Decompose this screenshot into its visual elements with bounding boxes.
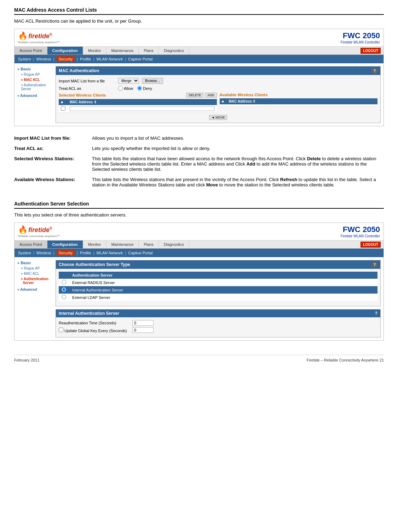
desc-row-import: Import MAC List from file: Allows you to… (14, 133, 384, 144)
selected-actions: DELETE ADD (186, 93, 217, 98)
deny-label: Deny (143, 86, 152, 91)
merge-select[interactable]: Merge (118, 78, 139, 84)
radio-internal[interactable] (62, 287, 66, 292)
tab-access-point[interactable]: Access Point (15, 47, 47, 54)
subnav2-profile[interactable]: Profile (80, 251, 91, 255)
logout-button-2[interactable]: LOGOUT (360, 242, 381, 248)
fwc-model-2: FWC 2050 (341, 225, 380, 234)
logo-brand-text: firetide® (28, 33, 52, 40)
sub-nav: System | Wireless | Security | Profile |… (15, 55, 383, 63)
import-label: Import MAC List from a file (59, 79, 115, 83)
tab-configuration-2[interactable]: Configuration (47, 241, 83, 248)
subnav-captive-portal[interactable]: Captive Portal (128, 57, 152, 61)
subnav-system[interactable]: System (18, 57, 31, 61)
add-button[interactable]: ADD (205, 93, 217, 98)
radio-ldap[interactable] (62, 295, 66, 299)
desc-text-selected: This table lists the stations that have … (92, 154, 384, 175)
help-icon[interactable]: ? (372, 68, 377, 74)
help-icon-3[interactable]: ? (375, 311, 377, 316)
global-key-label-text: Update Global Key Every (Seconds) (64, 329, 127, 333)
subnav-wlan-network[interactable]: WLAN Network (96, 57, 123, 61)
tab-access-point-2[interactable]: Access Point (15, 241, 47, 248)
col-checkbox-1: ■ (59, 99, 68, 105)
treat-acl-row: Treat ACL as Allow Deny (59, 86, 377, 91)
page-footer: February 2011 Firetide – Reliable Connec… (14, 355, 384, 362)
fwc-model: FWC 2050 (341, 31, 380, 40)
panel-title-mac: MAC Authentication (59, 68, 99, 73)
reauth-row: Reauthentication Time (Seconds) (59, 320, 377, 326)
firetide-logo: 🔥 firetide® Reliable connectivity anywhe… (18, 31, 60, 44)
sub-nav-2: System | Wireless | Security | Profile |… (15, 249, 383, 257)
subnav-security[interactable]: Security (57, 56, 75, 62)
tab-plans-2[interactable]: Plans (139, 241, 159, 248)
reauth-input[interactable] (132, 320, 154, 326)
dual-tables: Selected Wireless Clients DELETE ADD ■ (59, 93, 377, 113)
logo-tagline-2: Reliable connectivity anywhere™ (18, 235, 60, 238)
radio-deny[interactable]: Deny (137, 86, 152, 91)
col-auth-type: Authentication Server (69, 272, 377, 279)
global-key-checkbox[interactable] (59, 328, 63, 332)
sidebar-advanced-2[interactable]: » Advanced (17, 287, 53, 292)
subnav-wireless[interactable]: Wireless (36, 57, 51, 61)
nav-tabs-row: Access Point Configuration Monitor Maint… (15, 47, 383, 55)
sidebar-rogue-ap[interactable]: » Rogue AP (21, 72, 53, 77)
tab-configuration[interactable]: Configuration (47, 47, 83, 54)
move-button[interactable]: ◄ MOVE (209, 115, 227, 120)
tab-diagnostics-2[interactable]: Diagnostics (159, 241, 189, 248)
tab-diagnostics[interactable]: Diagnostics (159, 47, 189, 54)
row-radius[interactable]: External RADIUS Server (69, 279, 377, 286)
help-icon-2[interactable]: ? (372, 262, 377, 267)
internal-auth-panel: Internal Authentication Server ? Reauthe… (56, 309, 381, 337)
subnav-profile[interactable]: Profile (80, 57, 91, 61)
tab-monitor[interactable]: Monitor (83, 47, 106, 54)
logout-button[interactable]: LOGOUT (360, 48, 381, 54)
subnav2-system[interactable]: System (18, 251, 31, 255)
row-internal[interactable]: Internal Authentication Server (69, 286, 377, 294)
tab-maintenance[interactable]: Maintenance (106, 47, 139, 54)
tab-plans[interactable]: Plans (139, 47, 159, 54)
row-checkbox[interactable] (61, 106, 65, 111)
section2-title: Authentication Server Selection (14, 201, 384, 209)
desc-label-import: Import MAC List from file: (14, 133, 92, 144)
radio-deny-input[interactable] (137, 86, 142, 91)
description-table: Import MAC List from file: Allows you to… (14, 133, 384, 190)
sidebar-mac-acl[interactable]: » MAC ACL (21, 77, 53, 82)
nav-tabs-2: Access Point Configuration Monitor Maint… (15, 241, 189, 248)
fwc-description-2: Firetide WLAN Controller (341, 234, 380, 238)
sidebar-rogue-ap-2[interactable]: » Rogue AP (21, 266, 53, 271)
subnav2-wlan-network[interactable]: WLAN Network (96, 251, 123, 255)
content-area-2: » Basic » Rogue AP » MAC ACL » Authentic… (15, 257, 383, 340)
delete-button[interactable]: DELETE (186, 93, 203, 98)
section1-title: MAC Address Access Control Lists (14, 7, 384, 15)
subnav2-wireless[interactable]: Wireless (36, 251, 51, 255)
desc-label-available: Available Wireless Stations: (14, 175, 92, 190)
radio-radius[interactable] (62, 280, 66, 284)
choose-auth-header: Choose Authentication Server Type ? (56, 260, 380, 269)
col-checkbox-2: ■ (220, 98, 227, 104)
auth-server-table: Authentication Server External RADIUS Se… (59, 272, 377, 301)
tab-monitor-2[interactable]: Monitor (83, 241, 106, 248)
subnav2-security[interactable]: Security (57, 250, 75, 256)
sidebar-basic: » Basic (17, 66, 53, 72)
global-key-input[interactable] (132, 327, 154, 333)
browse-button[interactable]: Browse... (142, 78, 163, 84)
global-key-row: Update Global Key Every (Seconds) (59, 327, 377, 333)
radio-group: Allow Deny (118, 86, 152, 91)
choose-auth-title: Choose Authentication Server Type (59, 262, 130, 267)
mac-input[interactable] (70, 106, 215, 111)
row-ldap[interactable]: External LDAP Server (69, 294, 377, 301)
available-title: Available Wireless Clients (220, 93, 268, 97)
global-key-label: Update Global Key Every (Seconds) (59, 328, 129, 333)
screenshot-auth: 🔥 firetide® Reliable connectivity anywhe… (14, 222, 384, 341)
sidebar-section-basic-2: » Basic » Rogue AP » MAC ACL » Authentic… (17, 260, 53, 285)
radio-allow[interactable]: Allow (118, 86, 133, 91)
radio-allow-input[interactable] (118, 86, 123, 91)
desc-text-import: Allows you to import a list of MAC addre… (92, 133, 384, 144)
sidebar-auth-server[interactable]: » Authentication Server (21, 82, 53, 92)
col-radio (59, 272, 69, 279)
tab-maintenance-2[interactable]: Maintenance (106, 241, 139, 248)
sidebar-mac-acl-2[interactable]: » MAC ACL (21, 271, 53, 276)
subnav2-captive-portal[interactable]: Captive Portal (128, 251, 152, 255)
sidebar-advanced[interactable]: » Advanced (17, 93, 53, 98)
sidebar-auth-server-2[interactable]: » Authentication Server (21, 276, 53, 285)
